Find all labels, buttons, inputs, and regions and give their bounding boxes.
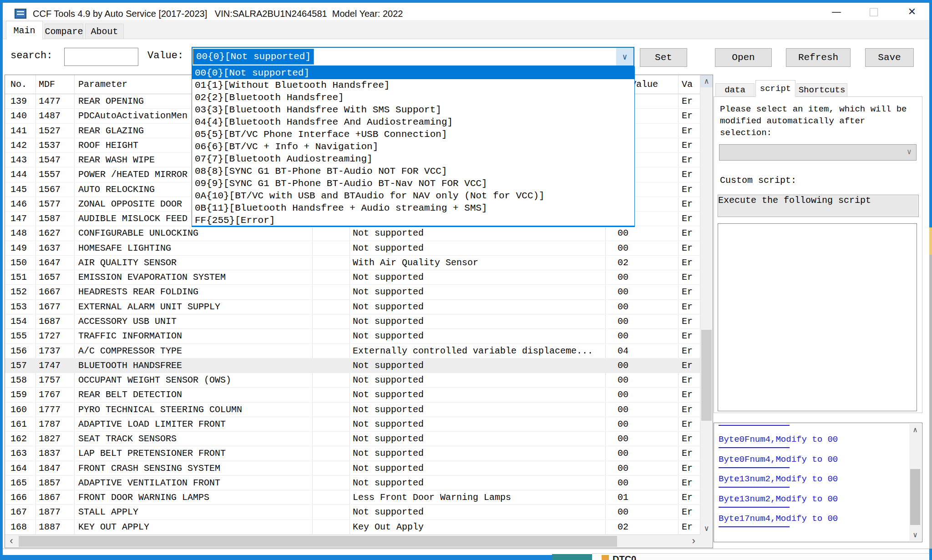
search-input[interactable]	[64, 48, 138, 66]
table-row[interactable]: 1641847FRONT CRASH SENSING SYSTEMNot sup…	[5, 461, 700, 476]
dropdown-option[interactable]: 07{7}[Bluetooth Audiostreaming]	[192, 153, 634, 165]
table-row[interactable]: 1561737A/C COMPRESSOR TYPEExternally con…	[5, 344, 700, 358]
cell-desc: Not supported	[353, 314, 424, 328]
table-row[interactable]: 1501647AIR QUALITY SENSORWith Air Qualit…	[5, 256, 700, 270]
script-log-link-text: Byte13num2,Modify to 00	[719, 494, 838, 504]
table-vertical-scrollbar[interactable]: ∧ ∨	[700, 75, 713, 535]
table-horizontal-scrollbar[interactable]: ‹ ›	[5, 535, 700, 548]
dropdown-option[interactable]: 09{9}[SYNC G1 BT-Phone BT-Audio BT-Nav N…	[192, 177, 634, 190]
execute-script-button[interactable]: Execute the following script	[718, 195, 919, 217]
cell-desc: Not supported	[353, 329, 424, 343]
tab-compare[interactable]: Compare	[45, 24, 83, 39]
cell-param: EMISSION EVAPORATION SYSTEM	[78, 270, 226, 284]
cell-extra: Er	[682, 490, 693, 505]
tab-about[interactable]: About	[85, 24, 124, 39]
cell-mdf: 1687	[39, 314, 61, 328]
cell-mdf: 1567	[39, 182, 61, 197]
table-row[interactable]: 1591767REAR BELT DETECTIONNot supported0…	[5, 388, 700, 402]
tab-script[interactable]: script	[755, 80, 795, 97]
cell-mdf: 1627	[39, 226, 61, 240]
table-row[interactable]: 1541687ACCESSORY USB UNITNot supported00…	[5, 314, 700, 329]
horizontal-scroll-thumb[interactable]	[19, 536, 617, 547]
cell-no: 155	[10, 329, 27, 343]
dropdown-option[interactable]: 08{8}[SYNC G1 BT-Phone BT-Audio NOT FOR …	[192, 165, 634, 177]
cell-mdf: 1547	[39, 153, 61, 167]
close-button[interactable]: ✕	[896, 3, 928, 20]
table-row[interactable]: 1631837LAP BELT PRETENSIONER FRONTNot su…	[5, 446, 700, 461]
script-log-link-text: Byte0Fnum4,Modify to 00	[719, 434, 838, 444]
scroll-down-button[interactable]: ∨	[909, 529, 921, 541]
vertical-scroll-thumb[interactable]	[701, 330, 712, 421]
item-select[interactable]: ∨	[719, 144, 917, 161]
scrollbar-corner	[700, 535, 713, 548]
cell-no: 144	[10, 167, 27, 182]
script-log-link[interactable]: Byte0Fnum4,Modify to 00	[719, 435, 906, 455]
dropdown-option[interactable]: 00{0}[Not supported]	[192, 67, 634, 79]
cell-extra: Er	[682, 403, 693, 417]
cell-param: AIR QUALITY SENSOR	[78, 256, 177, 270]
scroll-down-button[interactable]: ∨	[700, 522, 713, 535]
cell-mdf: 1557	[39, 167, 61, 182]
table-row[interactable]: 1671877STALL APPLYNot supported00Er	[5, 505, 700, 520]
table-row[interactable]: 1601777PYRO TECHNICAL STEERING COLUMNNot…	[5, 403, 700, 417]
value-combobox[interactable]: 00{0}[Not supported] ∨	[192, 47, 634, 66]
log-scrollbar[interactable]: ∧ ∨	[909, 424, 921, 541]
table-row[interactable]: 1481627CONFIGURABLE UNLOCKINGNot support…	[5, 226, 700, 241]
cell-param: AUTO RELOCKING	[78, 182, 155, 197]
table-row[interactable]: 1511657EMISSION EVAPORATION SYSTEMNot su…	[5, 270, 700, 285]
refresh-button[interactable]: Refresh	[786, 48, 851, 67]
table-row[interactable]: 1681887KEY OUT APPLYKey Out Apply02Er	[5, 520, 700, 535]
custom-script-label: Custom script:	[720, 175, 796, 186]
main-tabbar	[3, 20, 929, 39]
cell-val: 04	[618, 344, 628, 358]
dropdown-option[interactable]: 04{4}[Bluetooth Handsfree And Audiostrea…	[192, 116, 634, 128]
dropdown-option[interactable]: 02{2}[Bluetooth Handsfree]	[192, 91, 634, 104]
dropdown-option[interactable]: FF{255}[Error]	[192, 214, 634, 227]
dropdown-option[interactable]: 06{6}[BT/VC + Info + Navigation]	[192, 141, 634, 153]
tab-data[interactable]: data	[715, 83, 755, 97]
table-row[interactable]: 1491637HOMESAFE LIGHTINGNot supported00E…	[5, 241, 700, 256]
dropdown-option[interactable]: 0B{11}[Bluetooth Handsfree + Audio strea…	[192, 202, 634, 214]
combobox-dropdown-button[interactable]: ∨	[616, 48, 633, 66]
table-row[interactable]: 1611787ADAPTIVE LOAD LIMITER FRONTNot su…	[5, 417, 700, 432]
cell-no: 148	[10, 226, 27, 240]
custom-script-textarea[interactable]	[718, 223, 917, 411]
cell-no: 167	[10, 505, 27, 519]
table-row[interactable]: 1551727TRAFFIC INFORMATIONNot supported0…	[5, 329, 700, 343]
table-row[interactable]: 1621827SEAT TRACK SENSORSNot supported00…	[5, 432, 700, 446]
log-scroll-thumb[interactable]	[910, 469, 920, 525]
table-row[interactable]: 1581757OCCUPANT WEIGHT SENSOR (OWS)Not s…	[5, 373, 700, 388]
script-log-link[interactable]: Byte0Fnum4,Modify to 00	[719, 455, 906, 475]
table-row[interactable]: 1651857ADAPTIVE VENTILATION FRONTNot sup…	[5, 476, 700, 490]
dropdown-option[interactable]: 05{5}[BT/VC Phone Interface +USB Connect…	[192, 128, 634, 141]
cell-extra: Er	[682, 300, 693, 314]
dropdown-option[interactable]: 0A{10}[BT/VC with USB and BTAudio for NA…	[192, 190, 634, 202]
minimize-button[interactable]: —	[820, 3, 853, 20]
table-row[interactable]: 1661867FRONT DOOR WARNING LAMPSLess Fron…	[5, 490, 700, 505]
table-row[interactable]: 1531677EXTERNAL ALARM UNIT SUPPLYNot sup…	[5, 300, 700, 314]
script-log-link[interactable]: Byte17num4,Modify to 00	[719, 514, 906, 534]
maximize-button[interactable]: □	[857, 3, 890, 20]
scroll-up-button[interactable]: ∧	[700, 75, 713, 87]
cell-extra: Er	[682, 314, 693, 328]
tab-shortcuts[interactable]: Shortcuts	[796, 83, 847, 97]
script-log-link[interactable]: Byte13num2,Modify to 00	[719, 494, 906, 515]
tab-main[interactable]: Main	[6, 21, 43, 40]
set-button[interactable]: Set	[640, 48, 687, 67]
scroll-right-button[interactable]: ›	[687, 535, 700, 548]
scroll-up-button[interactable]: ∧	[909, 424, 921, 436]
cell-param: TRAFFIC INFORMATION	[78, 329, 182, 343]
cell-extra: Er	[682, 124, 693, 138]
script-log-link[interactable]: Byte13num2,Modify to 00	[719, 474, 906, 494]
open-button[interactable]: Open	[715, 48, 772, 67]
cell-val: 00	[618, 270, 628, 284]
value-dropdown-list[interactable]: 00{0}[Not supported]01{1}[Without Blueto…	[192, 66, 635, 227]
cell-param: KEY OUT APPLY	[78, 520, 149, 534]
table-row[interactable]: 1521667HEADRESTS REAR FOLDINGNot support…	[5, 285, 700, 299]
dropdown-option[interactable]: 01{1}[Without Bluetooth Handsfree]	[192, 79, 634, 91]
save-button[interactable]: Save	[865, 48, 914, 67]
dropdown-option[interactable]: 03{3}[Bluetooth Handsfree With SMS Suppo…	[192, 104, 634, 116]
titlebar[interactable]: CCF Tools 4.9 by Auto Service [2017-2023…	[3, 3, 929, 20]
table-row[interactable]: 1571747BLUETOOTH HANDSFREENot supported0…	[5, 358, 700, 373]
scroll-left-button[interactable]: ‹	[5, 535, 18, 548]
